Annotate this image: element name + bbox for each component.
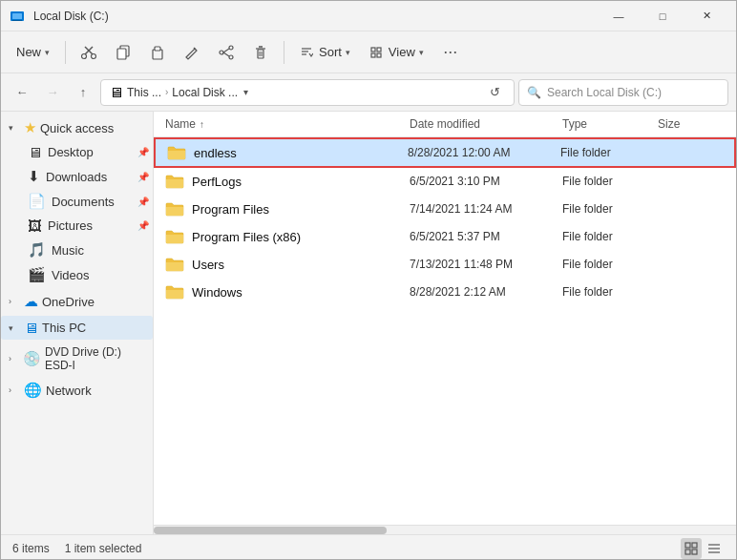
onedrive-header[interactable]: › ☁ OneDrive	[1, 289, 153, 314]
col-name-header[interactable]: Name ↑	[165, 117, 410, 131]
toolbar-separator-2	[284, 41, 284, 64]
svg-rect-30	[685, 550, 690, 554]
svg-line-14	[223, 49, 229, 52]
cut-button[interactable]	[74, 37, 104, 68]
sidebar-item-documents[interactable]: 📄 Documents 📌	[1, 189, 153, 214]
svg-rect-31	[692, 550, 697, 554]
pictures-label: Pictures	[48, 218, 93, 233]
quick-access-header[interactable]: ▾ ★ Quick access	[1, 115, 153, 140]
new-button[interactable]: New ▾	[9, 41, 57, 63]
file-name: Windows	[192, 285, 410, 300]
sidebar-item-desktop[interactable]: 🖥 Desktop 📌	[1, 140, 153, 164]
item-count: 6 items	[12, 542, 50, 555]
col-size-header[interactable]: Size	[658, 117, 725, 131]
onedrive-icon: ☁	[24, 293, 38, 310]
sidebar-item-videos[interactable]: 🎬 Videos	[1, 262, 153, 287]
file-row[interactable]: Program Files7/14/2021 11:24 AMFile fold…	[154, 196, 736, 223]
delete-button[interactable]	[245, 37, 276, 68]
quick-access-section: ▾ ★ Quick access 🖥 Desktop 📌 ⬇ Downloads…	[1, 115, 153, 287]
music-icon: 🎵	[28, 241, 46, 259]
status-bar: 6 items 1 item selected	[1, 534, 736, 560]
svg-rect-2	[12, 20, 22, 21]
nav-bar: ← → ↑ 🖥 This ... › Local Disk ... ▾ ↺ 🔍 …	[1, 73, 736, 112]
rename-button[interactable]	[177, 37, 207, 68]
file-row[interactable]: PerfLogs6/5/2021 3:10 PMFile folder	[154, 168, 736, 196]
horizontal-scroll-thumb[interactable]	[154, 527, 387, 534]
desktop-label: Desktop	[48, 145, 94, 159]
quick-access-expand: ▾	[9, 123, 20, 133]
sidebar-item-downloads[interactable]: ⬇ Downloads 📌	[1, 164, 153, 189]
address-crumb-1: This ... ›	[127, 86, 168, 99]
sort-label: Sort	[319, 45, 342, 59]
folder-icon	[165, 255, 184, 274]
file-date: 6/5/2021 3:10 PM	[410, 175, 562, 188]
file-list-header: Name ↑ Date modified Type Size	[154, 112, 736, 137]
col-date-header[interactable]: Date modified	[410, 117, 562, 131]
file-name: endless	[194, 146, 408, 160]
minimize-button[interactable]: —	[597, 1, 641, 31]
toolbar: New ▾	[1, 31, 736, 73]
svg-rect-27	[377, 53, 381, 57]
close-button[interactable]: ✕	[684, 1, 728, 31]
network-label: Network	[46, 384, 92, 398]
back-button[interactable]: ←	[9, 79, 35, 106]
svg-rect-10	[155, 47, 160, 51]
file-row[interactable]: Program Files (x86)6/5/2021 5:37 PMFile …	[154, 223, 736, 251]
svg-rect-16	[258, 50, 263, 58]
svg-point-6	[92, 53, 96, 58]
sidebar-item-pictures[interactable]: 🖼 Pictures 📌	[1, 214, 153, 238]
music-label: Music	[52, 243, 84, 258]
main-area: ▾ ★ Quick access 🖥 Desktop 📌 ⬇ Downloads…	[1, 112, 736, 534]
search-placeholder: Search Local Disk (C:)	[547, 86, 662, 99]
file-type: File folder	[562, 285, 658, 299]
up-button[interactable]: ↑	[70, 79, 96, 106]
svg-point-5	[82, 53, 87, 58]
search-bar[interactable]: 🔍 Search Local Disk (C:)	[518, 79, 728, 106]
col-type-header[interactable]: Type	[562, 117, 658, 131]
list-view-button[interactable]	[704, 538, 725, 559]
folder-icon	[165, 199, 184, 218]
svg-point-12	[229, 55, 233, 59]
toolbar-separator-1	[65, 41, 66, 64]
thispc-expand: ▾	[9, 323, 20, 333]
address-bar[interactable]: 🖥 This ... › Local Disk ... ▾ ↺	[100, 79, 515, 106]
paste-button[interactable]	[142, 37, 173, 68]
network-header[interactable]: › 🌐 Network	[1, 378, 153, 403]
thispc-header[interactable]: ▾ 🖥 This PC	[1, 316, 153, 340]
svg-rect-24	[371, 48, 375, 52]
quick-access-label: Quick access	[40, 121, 114, 135]
svg-point-13	[220, 51, 223, 54]
file-row[interactable]: Windows8/28/2021 2:12 AMFile folder	[154, 279, 736, 306]
maximize-button[interactable]: □	[641, 1, 684, 31]
file-list: Name ↑ Date modified Type Size endless8/…	[154, 112, 736, 534]
pictures-pin: 📌	[137, 220, 149, 231]
videos-icon: 🎬	[28, 266, 46, 283]
app-icon	[9, 8, 26, 25]
view-button[interactable]: View ▾	[362, 41, 432, 63]
network-section: › 🌐 Network	[1, 378, 153, 403]
file-row[interactable]: endless8/28/2021 12:00 AMFile folder	[154, 137, 736, 168]
selection-info: 1 item selected	[65, 542, 142, 555]
forward-button[interactable]: →	[39, 79, 66, 106]
folder-icon	[165, 172, 184, 191]
svg-point-11	[229, 46, 233, 50]
title-bar: Local Disk (C:) — □ ✕	[1, 1, 736, 31]
dvd-header[interactable]: › 💿 DVD Drive (D:) ESD-I	[1, 342, 153, 376]
horizontal-scrollbar[interactable]	[154, 525, 736, 534]
sort-button[interactable]: Sort ▾	[292, 41, 358, 63]
sidebar: ▾ ★ Quick access 🖥 Desktop 📌 ⬇ Downloads…	[1, 112, 154, 534]
svg-rect-29	[692, 543, 697, 548]
desktop-pin: 📌	[137, 147, 149, 157]
folder-icon	[165, 227, 184, 246]
folder-icon	[165, 282, 184, 301]
svg-line-15	[223, 52, 229, 56]
refresh-button[interactable]: ↺	[483, 81, 506, 104]
thispc-label: This PC	[42, 321, 86, 335]
share-button[interactable]	[211, 37, 242, 68]
grid-view-button[interactable]	[681, 538, 702, 559]
copy-button[interactable]	[108, 37, 138, 68]
file-row[interactable]: Users7/13/2021 11:48 PMFile folder	[154, 251, 736, 279]
documents-icon: 📄	[28, 193, 46, 210]
sidebar-item-music[interactable]: 🎵 Music	[1, 238, 153, 262]
more-button[interactable]: ···	[435, 37, 466, 68]
